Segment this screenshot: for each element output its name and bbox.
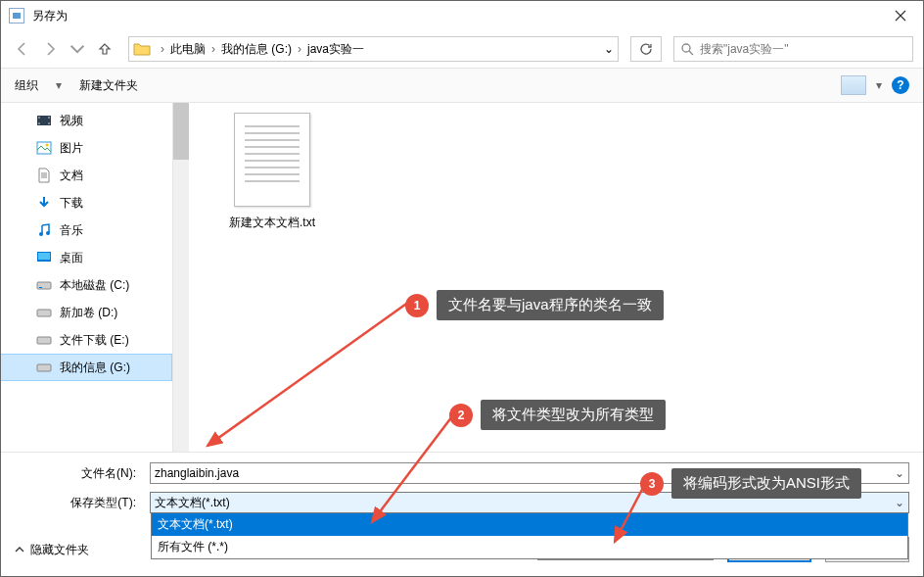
breadcrumb: › 此电脑 › 我的信息 (G:) › java实验一 [157, 41, 364, 58]
callout-1: 1 文件名要与java程序的类名一致 [405, 290, 664, 320]
download-icon [36, 195, 52, 211]
filetype-value: 文本文档(*.txt) [155, 495, 230, 511]
recent-dropdown[interactable] [66, 37, 89, 61]
svg-rect-16 [37, 364, 51, 371]
close-icon [895, 10, 906, 22]
drive-icon [36, 332, 52, 348]
view-dropdown[interactable]: ▾ [876, 78, 882, 92]
refresh-button[interactable] [630, 36, 662, 62]
filetype-option[interactable]: 文本文档(*.txt) [152, 513, 907, 536]
video-icon [36, 113, 52, 128]
chevron-right-icon: › [208, 42, 219, 56]
address-dropdown[interactable]: ⌄ [604, 42, 614, 56]
search-input[interactable]: 搜索"java实验一" [673, 36, 913, 62]
sidebar-label: 音乐 [60, 222, 83, 239]
sidebar-label: 本地磁盘 (C:) [60, 277, 129, 294]
close-button[interactable] [878, 1, 923, 30]
sidebar-label: 我的信息 (G:) [60, 360, 130, 376]
callout-3: 3 将编码形式改为ANSI形式 [640, 468, 861, 499]
svg-rect-2 [38, 117, 40, 119]
organize-dropdown[interactable]: ▾ [56, 78, 62, 92]
folder-icon [133, 42, 151, 56]
navbar: › 此电脑 › 我的信息 (G:) › java实验一 ⌄ 搜索"java实验一… [1, 30, 923, 68]
svg-point-7 [46, 144, 49, 147]
filetype-label: 保存类型(T): [15, 495, 142, 511]
sidebar-item-music[interactable]: 音乐 [1, 216, 172, 244]
window-title: 另存为 [32, 8, 878, 24]
svg-rect-4 [48, 117, 50, 119]
svg-point-8 [39, 232, 43, 236]
sidebar-label: 文档 [60, 168, 83, 184]
crumb-item[interactable]: java实验一 [307, 41, 364, 58]
desktop-icon [36, 250, 52, 265]
svg-rect-15 [37, 337, 51, 344]
sidebar-label: 下载 [60, 195, 83, 212]
sidebar-label: 文件下载 (E:) [60, 332, 129, 349]
crumb-item[interactable]: 我的信息 (G:) [221, 41, 292, 58]
sidebar-item-document[interactable]: 文档 [1, 162, 172, 189]
sidebar-label: 图片 [60, 140, 83, 157]
forward-button[interactable] [38, 37, 62, 61]
hide-folders-label: 隐藏文件夹 [30, 542, 89, 558]
callout-number: 2 [449, 404, 473, 427]
search-icon [680, 42, 694, 56]
sidebar-item-drive-d[interactable]: 新加卷 (D:) [1, 299, 172, 326]
view-button[interactable] [841, 75, 866, 95]
crumb-item[interactable]: 此电脑 [170, 41, 206, 58]
titlebar: 另存为 [1, 1, 923, 30]
callout-number: 1 [405, 294, 429, 317]
filetype-dropdown: 文本文档(*.txt) 所有文件 (*.*) [151, 512, 908, 559]
svg-rect-5 [48, 122, 50, 124]
file-label: 新建文本文档.txt [208, 215, 336, 231]
chevron-right-icon: › [157, 42, 168, 56]
svg-rect-13 [39, 287, 42, 288]
chevron-down-icon[interactable]: ⌄ [895, 466, 904, 480]
music-icon [36, 222, 52, 238]
sidebar-item-drive-c[interactable]: 本地磁盘 (C:) [1, 271, 172, 299]
sidebar-label: 桌面 [60, 250, 83, 266]
svg-rect-3 [38, 122, 40, 124]
toolbar: 组织 ▾ 新建文件夹 ▾ ? [1, 68, 923, 103]
sidebar-label: 视频 [60, 113, 83, 129]
callout-number: 3 [640, 472, 664, 496]
sidebar-item-video[interactable]: 视频 [1, 107, 172, 134]
sidebar-item-picture[interactable]: 图片 [1, 134, 172, 162]
svg-point-9 [46, 231, 50, 235]
drive-icon [36, 305, 52, 320]
sidebar-item-drive-e[interactable]: 文件下载 (E:) [1, 326, 172, 354]
filetype-option[interactable]: 所有文件 (*.*) [152, 536, 907, 558]
callout-text: 将文件类型改为所有类型 [481, 400, 666, 430]
svg-rect-11 [38, 253, 50, 260]
scrollbar[interactable] [173, 103, 189, 452]
txt-file-icon [234, 113, 310, 207]
sidebar-item-download[interactable]: 下载 [1, 189, 172, 216]
up-button[interactable] [93, 37, 116, 61]
address-bar[interactable]: › 此电脑 › 我的信息 (G:) › java实验一 ⌄ [128, 36, 619, 62]
drive-icon [36, 360, 52, 375]
back-button[interactable] [11, 37, 34, 61]
sidebar-label: 新加卷 (D:) [60, 305, 117, 321]
help-button[interactable]: ? [892, 76, 909, 94]
sidebar-item-drive-g[interactable]: 我的信息 (G:) [1, 354, 172, 381]
drive-icon [36, 277, 52, 293]
hide-folders-button[interactable]: 隐藏文件夹 [15, 542, 89, 558]
search-placeholder: 搜索"java实验一" [700, 41, 789, 58]
svg-point-0 [682, 44, 690, 52]
filename-value: zhanglaibin.java [155, 466, 239, 480]
chevron-up-icon [15, 545, 24, 554]
scroll-thumb[interactable] [173, 103, 189, 160]
new-folder-button[interactable]: 新建文件夹 [79, 77, 138, 94]
app-icon [9, 8, 24, 24]
chevron-right-icon: › [294, 42, 305, 56]
callout-2: 2 将文件类型改为所有类型 [449, 400, 666, 430]
chevron-down-icon[interactable]: ⌄ [895, 496, 904, 509]
organize-button[interactable]: 组织 [15, 77, 38, 94]
file-item[interactable]: 新建文本文档.txt [208, 113, 336, 231]
sidebar-item-desktop[interactable]: 桌面 [1, 244, 172, 271]
svg-rect-14 [37, 310, 51, 316]
sidebar: 视频 图片 文档 下载 音乐 桌面 本地磁盘 (C:) 新加卷 (D:) 文件下… [1, 103, 173, 452]
picture-icon [36, 140, 52, 156]
callout-text: 文件名要与java程序的类名一致 [437, 290, 664, 320]
filename-label: 文件名(N): [15, 465, 142, 482]
document-icon [36, 168, 52, 183]
